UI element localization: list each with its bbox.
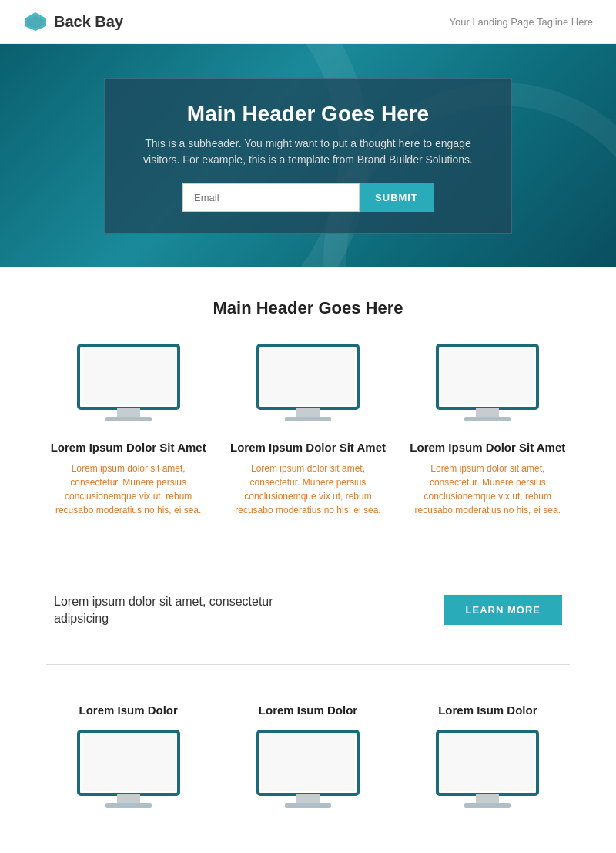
- svg-rect-9: [296, 408, 320, 418]
- cta-section: Lorem ipsum dolor sit amet, consectetur …: [0, 572, 616, 650]
- divider-1: [46, 556, 570, 556]
- learn-more-button[interactable]: LEARN MORE: [444, 595, 562, 625]
- monitor-icon-2: [254, 341, 362, 429]
- svg-rect-6: [105, 417, 152, 421]
- svg-rect-20: [261, 734, 355, 791]
- feature-desc-3: Lorem ipsum dolor sit amet, consectetur.…: [406, 462, 570, 517]
- hero-form: SUBMIT: [136, 183, 480, 212]
- svg-rect-12: [440, 348, 534, 405]
- secondary-item-3: Lorem Isum Dolor: [406, 704, 570, 826]
- logo-area: Back Bay: [23, 11, 123, 32]
- hero-content-box: Main Header Goes Here This is a subheade…: [104, 78, 512, 234]
- feature-desc-1: Lorem ipsum dolor sit amet, consectetur.…: [46, 462, 210, 517]
- secondary-monitor-1: [75, 727, 182, 815]
- features-grid: Lorem Ipsum Dolor Sit Amet Lorem ipsum d…: [46, 341, 570, 517]
- secondary-title-3: Lorem Isum Dolor: [406, 704, 570, 717]
- hero-section: Main Header Goes Here This is a subheade…: [0, 44, 616, 267]
- secondary-title-1: Lorem Isum Dolor: [46, 704, 210, 717]
- svg-rect-22: [285, 803, 331, 808]
- svg-rect-21: [296, 794, 320, 804]
- svg-rect-17: [117, 794, 140, 804]
- svg-rect-25: [476, 794, 499, 804]
- feature-title-3: Lorem Ipsum Dolor Sit Amet: [406, 440, 570, 455]
- secondary-item-1: Lorem Isum Dolor: [46, 704, 210, 826]
- secondary-monitor-2: [254, 727, 362, 815]
- submit-button[interactable]: SUBMIT: [360, 183, 434, 212]
- features-section: Main Header Goes Here Lorem Ipsum Dolor …: [0, 267, 616, 540]
- svg-rect-14: [464, 417, 511, 421]
- cta-text: Lorem ipsum dolor sit amet, consectetur …: [54, 593, 316, 628]
- svg-rect-13: [476, 408, 499, 418]
- logo-text: Back Bay: [54, 13, 123, 31]
- nav-tagline: Your Landing Page Tagline Here: [450, 16, 593, 28]
- svg-rect-8: [261, 348, 355, 405]
- feature-desc-2: Lorem ipsum dolor sit amet, consectetur.…: [226, 462, 390, 517]
- feature-item-3: Lorem Ipsum Dolor Sit Amet Lorem ipsum d…: [406, 341, 570, 517]
- secondary-item-2: Lorem Isum Dolor: [226, 704, 390, 826]
- navbar: Back Bay Your Landing Page Tagline Here: [0, 0, 616, 44]
- secondary-title-2: Lorem Isum Dolor: [226, 704, 390, 717]
- monitor-icon-1: [75, 341, 182, 429]
- secondary-grid: Lorem Isum Dolor Lorem Isum Dolor: [46, 704, 570, 826]
- hero-title: Main Header Goes Here: [136, 102, 480, 126]
- monitor-icon-3: [434, 341, 541, 429]
- divider-2: [46, 664, 570, 665]
- logo-icon: [23, 11, 48, 32]
- feature-title-1: Lorem Ipsum Dolor Sit Amet: [46, 440, 210, 455]
- features-title: Main Header Goes Here: [46, 298, 570, 318]
- svg-rect-4: [82, 348, 176, 405]
- hero-subheader: This is a subheader. You might want to p…: [136, 136, 480, 168]
- feature-item-2: Lorem Ipsum Dolor Sit Amet Lorem ipsum d…: [226, 341, 390, 517]
- secondary-monitor-3: [434, 727, 541, 815]
- svg-rect-16: [82, 734, 176, 791]
- secondary-section: Lorem Isum Dolor Lorem Isum Dolor: [0, 680, 616, 853]
- svg-rect-5: [117, 408, 140, 418]
- svg-rect-26: [464, 803, 511, 808]
- feature-title-2: Lorem Ipsum Dolor Sit Amet: [226, 440, 390, 455]
- svg-rect-24: [440, 734, 534, 791]
- email-input[interactable]: [182, 183, 360, 212]
- svg-rect-10: [285, 417, 331, 421]
- svg-rect-18: [105, 803, 152, 808]
- feature-item-1: Lorem Ipsum Dolor Sit Amet Lorem ipsum d…: [46, 341, 210, 517]
